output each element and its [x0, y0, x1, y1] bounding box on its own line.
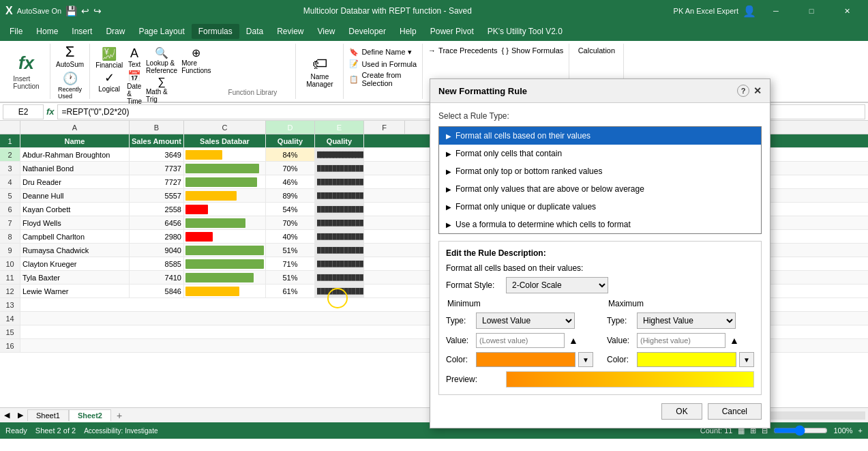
- cell-a3[interactable]: Nathaniel Bond: [20, 162, 130, 175]
- cell-d10[interactable]: 71%: [266, 257, 315, 270]
- cell-e12[interactable]: ████████████████: [315, 285, 364, 297]
- autosum-btn[interactable]: Σ AutoSum: [56, 43, 84, 68]
- redo-icon[interactable]: ↪: [93, 5, 102, 16]
- col-header-e[interactable]: E: [315, 121, 364, 134]
- cell-c2[interactable]: [184, 148, 266, 161]
- type-max-select[interactable]: Highest Value Number Percent Formula Per…: [637, 312, 736, 329]
- rule-item-2[interactable]: ▶ Format only top or bottom ranked value…: [439, 162, 761, 180]
- save-icon[interactable]: 💾: [65, 5, 77, 16]
- cell-e8[interactable]: ████████████████: [315, 230, 364, 243]
- cell-b10[interactable]: 8585: [130, 257, 184, 270]
- cell-a1[interactable]: Name: [20, 134, 130, 147]
- cell-b12[interactable]: 5846: [130, 285, 184, 297]
- rule-item-5[interactable]: ▶ Use a formula to determine which cells…: [439, 216, 761, 233]
- cell-d1[interactable]: Quality Score: [266, 134, 315, 147]
- cell-b3[interactable]: 7737: [130, 162, 184, 175]
- cell-a2[interactable]: Abdur-Rahman Broughton: [20, 148, 130, 161]
- cell-b4[interactable]: 7727: [130, 175, 184, 188]
- color-min-swatch[interactable]: [476, 352, 575, 367]
- menu-power-pivot[interactable]: Power Pivot: [423, 24, 481, 39]
- ok-button[interactable]: OK: [661, 403, 702, 420]
- rule-item-4[interactable]: ▶ Format only unique or duplicate values: [439, 198, 761, 216]
- cell-e4[interactable]: ████████████████: [315, 175, 364, 188]
- cell-c11[interactable]: [184, 271, 266, 284]
- cancel-button[interactable]: Cancel: [708, 403, 762, 420]
- menu-data[interactable]: Data: [239, 24, 270, 39]
- cell-d8[interactable]: 40%: [266, 230, 315, 243]
- zoom-in-btn[interactable]: +: [858, 426, 863, 435]
- scroll-right-btn[interactable]: ▶: [14, 411, 27, 420]
- trace-precedents-btn[interactable]: → Trace Precedents: [428, 46, 497, 55]
- cell-d12[interactable]: 61%: [266, 285, 315, 297]
- menu-review[interactable]: Review: [270, 24, 310, 39]
- cell-e10[interactable]: ████████████████: [315, 257, 364, 270]
- cell-c12[interactable]: [184, 285, 266, 297]
- cell-a4[interactable]: Dru Reader: [20, 175, 130, 188]
- dialog-close-btn[interactable]: ✕: [753, 85, 762, 96]
- menu-insert[interactable]: Insert: [65, 24, 99, 39]
- cell-d6[interactable]: 54%: [266, 203, 315, 216]
- cell-b2[interactable]: 3649: [130, 148, 184, 161]
- col-header-a[interactable]: A: [20, 121, 130, 134]
- cell-d4[interactable]: 46%: [266, 175, 315, 188]
- cell-d7[interactable]: 70%: [266, 216, 315, 229]
- dialog-help-btn[interactable]: ?: [737, 85, 749, 97]
- cell-d5[interactable]: 89%: [266, 189, 315, 202]
- cell-b11[interactable]: 7410: [130, 271, 184, 284]
- cell-c9[interactable]: [184, 244, 266, 257]
- format-style-select[interactable]: 2-Color Scale 3-Color Scale Data Bar Ico…: [506, 277, 608, 293]
- cell-b5[interactable]: 5557: [130, 189, 184, 202]
- value-max-up-btn[interactable]: ▲: [730, 335, 739, 346]
- cell-d2[interactable]: 84%: [266, 148, 315, 161]
- sheet-tab-sheet2[interactable]: Sheet2: [69, 409, 111, 422]
- cell-e5[interactable]: ████████████████: [315, 189, 364, 202]
- undo-icon[interactable]: ↩: [81, 5, 89, 16]
- cell-c6[interactable]: [184, 203, 266, 216]
- rule-item-0[interactable]: ▶ Format all cells based on their values: [439, 127, 761, 145]
- close-button[interactable]: ✕: [831, 0, 863, 22]
- cell-c7[interactable]: [184, 216, 266, 229]
- cell-c3[interactable]: [184, 162, 266, 175]
- cell-e9[interactable]: ████████████████: [315, 244, 364, 257]
- logical-btn[interactable]: ✓ Logical: [98, 70, 120, 93]
- menu-help[interactable]: Help: [393, 24, 423, 39]
- cell-a7[interactable]: Floyd Wells: [20, 216, 130, 229]
- cell-e1[interactable]: Quality Score: [315, 134, 364, 147]
- cell-b6[interactable]: 2558: [130, 203, 184, 216]
- account-icon[interactable]: 👤: [743, 5, 756, 18]
- cell-e6[interactable]: ████████████████: [315, 203, 364, 216]
- cell-a11[interactable]: Tyla Baxter: [20, 271, 130, 284]
- scroll-left-btn[interactable]: ◀: [0, 411, 14, 420]
- minimize-button[interactable]: ─: [760, 0, 792, 22]
- value-min-up-btn[interactable]: ▲: [569, 335, 578, 346]
- date-time-btn[interactable]: 📅 Date & Time: [127, 70, 142, 105]
- insert-function-btn[interactable]: fx InsertFunction: [10, 50, 42, 93]
- lookup-btn[interactable]: 🔍 Lookup &Reference: [146, 46, 177, 74]
- recently-used-btn[interactable]: 🕐 RecentlyUsed: [58, 71, 82, 100]
- sheet-tab-sheet1[interactable]: Sheet1: [27, 409, 69, 421]
- menu-pk-utility[interactable]: PK's Utility Tool V2.0: [481, 24, 569, 39]
- zoom-slider[interactable]: [773, 425, 828, 436]
- menu-file[interactable]: File: [3, 24, 29, 39]
- cell-a6[interactable]: Kayan Corbett: [20, 203, 130, 216]
- cell-b9[interactable]: 9040: [130, 244, 184, 257]
- text-btn[interactable]: A Text: [128, 46, 140, 68]
- cell-d11[interactable]: 51%: [266, 271, 315, 284]
- color-min-dropdown[interactable]: ▼: [578, 352, 593, 367]
- cell-b1[interactable]: Sales Amount: [130, 134, 184, 147]
- rule-item-1[interactable]: ▶ Format only cells that contain: [439, 145, 761, 162]
- cell-c5[interactable]: [184, 189, 266, 202]
- cell-a10[interactable]: Clayton Krueger: [20, 257, 130, 270]
- cell-a9[interactable]: Rumaysa Chadwick: [20, 244, 130, 257]
- cell-c10[interactable]: [184, 257, 266, 270]
- menu-page-layout[interactable]: Page Layout: [132, 24, 191, 39]
- col-header-c[interactable]: C: [184, 121, 266, 134]
- col-header-b[interactable]: B: [130, 121, 184, 134]
- cell-d3[interactable]: 70%: [266, 162, 315, 175]
- math-btn[interactable]: ∑ Math & Trig: [146, 76, 177, 103]
- cell-a12[interactable]: Lewie Warner: [20, 285, 130, 297]
- menu-formulas[interactable]: Formulas: [192, 24, 239, 39]
- cell-reference-box[interactable]: [3, 104, 44, 119]
- cell-b8[interactable]: 2980: [130, 230, 184, 243]
- financial-btn[interactable]: 💹 Financial: [95, 46, 123, 69]
